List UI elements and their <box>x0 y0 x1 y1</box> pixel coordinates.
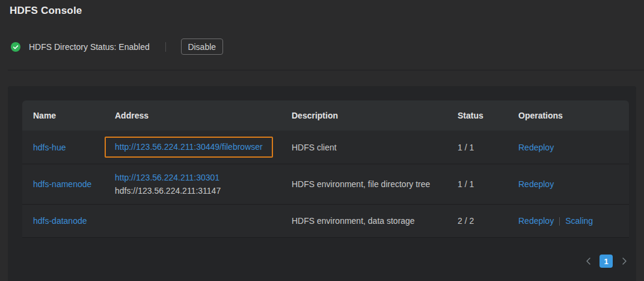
service-status: 1 / 1 <box>447 179 508 189</box>
service-status: 1 / 1 <box>447 143 508 152</box>
disable-button[interactable]: Disable <box>181 39 223 55</box>
scaling-link[interactable]: Scaling <box>565 216 593 226</box>
services-card: Name Address Description Status Operatio… <box>8 86 636 281</box>
section-divider <box>8 70 644 70</box>
chevron-right-icon[interactable] <box>619 255 629 268</box>
page-number-button[interactable]: 1 <box>600 255 613 268</box>
hdfs-status-bar: HDFS Directory Status: Enabled Disable <box>11 38 223 55</box>
service-address-hdfs: hdfs://123.56.224.211:31147 <box>115 184 281 197</box>
service-address-link[interactable]: http://123.56.224.211:30449/filebrowser <box>115 142 263 152</box>
redeploy-link[interactable]: Redeploy <box>518 143 554 152</box>
check-circle-icon <box>11 42 20 52</box>
table-header-row: Name Address Description Status Operatio… <box>22 100 629 131</box>
redeploy-link[interactable]: Redeploy <box>518 216 554 226</box>
column-header-address: Address <box>104 111 281 120</box>
column-header-operations: Operations <box>508 111 629 120</box>
redeploy-link[interactable]: Redeploy <box>518 179 554 189</box>
table-row-hdfs-datanode: hdfs-datanode HDFS environment, data sto… <box>22 205 629 238</box>
service-name-link[interactable]: hdfs-datanode <box>33 216 87 226</box>
service-status: 2 / 2 <box>447 216 508 226</box>
service-description: HDFS environment, file directory tree <box>281 179 447 189</box>
table-row-hdfs-namenode: hdfs-namenode http://123.56.224.211:3030… <box>22 164 629 205</box>
column-header-status: Status <box>447 111 508 120</box>
service-description: HDFS client <box>281 143 447 152</box>
table-row-hdfs-hue: hdfs-hue http://123.56.224.211:30449/fil… <box>22 131 629 164</box>
service-name-link[interactable]: hdfs-hue <box>33 143 66 152</box>
pagination: 1 <box>583 255 629 268</box>
hdfs-status-label: HDFS Directory Status: Enabled <box>29 42 150 52</box>
service-description: HDFS environment, data storage <box>281 216 447 226</box>
operations-divider <box>559 217 560 226</box>
address-highlight-box: http://123.56.224.211:30449/filebrowser <box>105 137 273 158</box>
chevron-left-icon[interactable] <box>583 255 593 268</box>
column-header-description: Description <box>281 111 447 120</box>
page-title: HDFS Console <box>10 5 82 17</box>
status-divider <box>165 42 166 52</box>
services-table: Name Address Description Status Operatio… <box>22 100 629 238</box>
service-name-link[interactable]: hdfs-namenode <box>33 179 91 189</box>
column-header-name: Name <box>22 111 104 120</box>
service-address-link[interactable]: http://123.56.224.211:30301 <box>115 173 219 182</box>
